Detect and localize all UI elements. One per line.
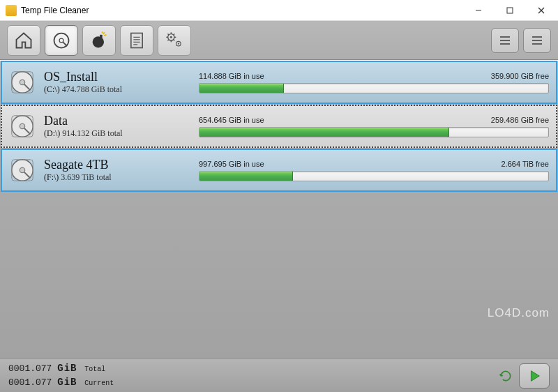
clean-button[interactable] (82, 25, 116, 56)
close-button[interactable] (525, 1, 557, 20)
drive-usage: 114.888 GiB in use 359.900 GiB free (199, 72, 549, 93)
drive-free: 359.900 GiB free (491, 72, 549, 80)
report-button[interactable] (120, 25, 153, 56)
drive-name: Seagate 4TB (44, 158, 190, 172)
drive-usage: 997.695 GiB in use 2.664 TiB free (199, 160, 549, 181)
svg-rect-9 (131, 33, 142, 47)
drive-total: 914.132 GiB total (62, 128, 122, 138)
drive-info: Seagate 4TB (F:\) 3.639 TiB total (44, 158, 190, 183)
home-button[interactable] (7, 25, 40, 56)
drive-row[interactable]: Data (D:\) 914.132 GiB total 654.645 GiB… (1, 105, 557, 148)
status-total-value: 0001.077 (8, 363, 52, 374)
status-bar: 0001.077 GiB Total 0001.077 GiB Current (0, 358, 558, 392)
list-view-button[interactable] (491, 28, 519, 53)
svg-point-33 (20, 80, 25, 85)
svg-point-7 (93, 36, 104, 47)
usage-fill (199, 128, 449, 137)
status-total-unit: GiB (57, 363, 77, 374)
run-button[interactable] (519, 363, 550, 389)
list-icon (499, 35, 511, 46)
svg-line-23 (174, 33, 175, 35)
drive-info: OS_Install (C:\) 474.788 GiB total (44, 70, 190, 95)
svg-point-41 (20, 167, 25, 173)
drive-list: OS_Install (C:\) 474.788 GiB total 114.8… (0, 61, 558, 358)
drive-usage: 654.645 GiB in use 259.486 GiB free (199, 116, 549, 137)
usage-bar (199, 83, 549, 93)
drive-path: (C:\) (44, 84, 60, 94)
drive-in-use: 654.645 GiB in use (199, 116, 264, 124)
drive-details: (D:\) 914.132 GiB total (44, 128, 190, 139)
maximize-button[interactable] (494, 1, 525, 20)
svg-point-25 (178, 43, 179, 44)
hard-drive-icon (9, 113, 36, 140)
drive-total: 3.639 TiB total (61, 172, 111, 182)
status-text: 0001.077 GiB Total 0001.077 GiB Current (8, 362, 114, 389)
usage-fill (199, 172, 293, 181)
title-bar: Temp File Cleaner (0, 0, 558, 21)
refresh-button[interactable] (498, 368, 513, 384)
svg-point-5 (59, 38, 63, 43)
svg-marker-44 (531, 370, 539, 381)
svg-line-6 (63, 42, 67, 46)
drive-path: (D:\) (44, 128, 60, 138)
usage-fill (199, 84, 284, 93)
svg-line-20 (167, 33, 169, 35)
svg-line-22 (167, 39, 169, 40)
usage-bar (199, 171, 549, 181)
drives-button[interactable] (45, 25, 78, 56)
app-icon (6, 5, 17, 16)
details-view-button[interactable] (523, 28, 551, 53)
gears-icon (165, 31, 184, 50)
drive-total: 474.788 GiB total (62, 84, 122, 94)
toolbar (0, 21, 558, 60)
window-title: Temp File Cleaner (21, 6, 462, 15)
drive-in-use: 997.695 GiB in use (199, 160, 264, 168)
usage-bar (199, 127, 549, 137)
list-icon (531, 35, 543, 46)
status-current-unit: GiB (57, 377, 77, 388)
home-icon (14, 31, 33, 50)
svg-rect-8 (100, 34, 103, 38)
drive-icon (52, 31, 71, 50)
status-current-value: 0001.077 (8, 377, 52, 388)
drive-name: OS_Install (44, 70, 190, 84)
drive-path: (F:\) (44, 172, 59, 182)
svg-line-21 (174, 39, 175, 40)
drive-free: 259.486 GiB free (491, 116, 549, 124)
status-current-label: Current (84, 379, 114, 387)
drive-details: (F:\) 3.639 TiB total (44, 172, 190, 183)
settings-button[interactable] (158, 25, 191, 56)
drive-details: (C:\) 474.788 GiB total (44, 84, 190, 95)
drive-free: 2.664 TiB free (502, 160, 550, 168)
watermark: LO4D.com (488, 306, 550, 320)
svg-rect-1 (507, 8, 513, 13)
drive-in-use: 114.888 GiB in use (199, 72, 264, 80)
refresh-icon (499, 369, 513, 383)
drive-info: Data (D:\) 914.132 GiB total (44, 114, 190, 139)
svg-point-37 (20, 123, 25, 129)
drive-row[interactable]: OS_Install (C:\) 474.788 GiB total 114.8… (1, 61, 557, 104)
drive-name: Data (44, 114, 190, 128)
play-icon (527, 368, 542, 384)
bomb-icon (89, 31, 109, 50)
hard-drive-icon (9, 69, 36, 96)
hard-drive-icon (9, 157, 36, 183)
drive-row[interactable]: Seagate 4TB (F:\) 3.639 TiB total 997.69… (1, 149, 557, 192)
svg-point-15 (170, 36, 172, 38)
status-total-label: Total (84, 365, 105, 373)
document-icon (127, 31, 146, 50)
minimize-button[interactable] (462, 1, 494, 20)
